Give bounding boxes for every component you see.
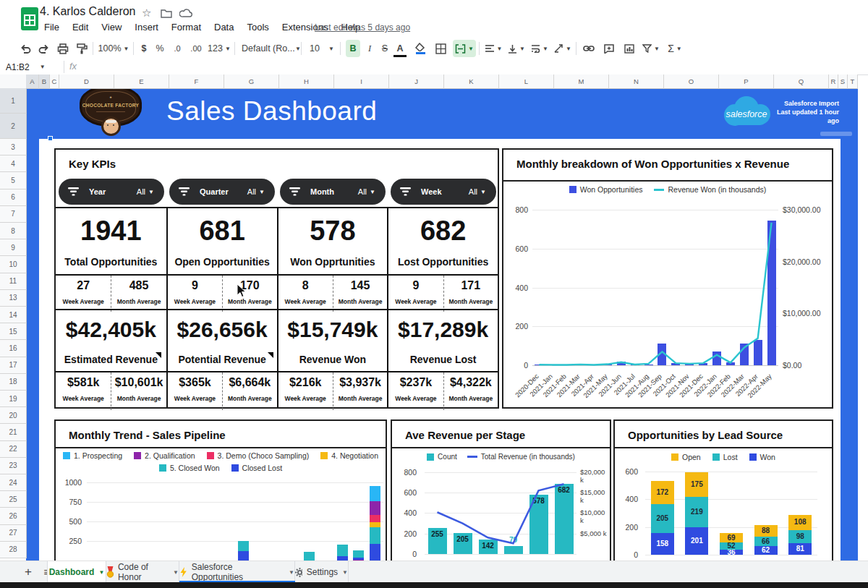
column-header-N[interactable]: N	[609, 74, 664, 89]
column-header-E[interactable]: E	[114, 74, 169, 89]
menu-format[interactable]: Format	[165, 20, 208, 35]
kpi-panel[interactable]: Key KPIs YearAll▼QuarterAll▼MonthAll▼Wee…	[54, 148, 499, 409]
format-currency-button[interactable]: $	[137, 40, 150, 57]
tab-code-of-honor[interactable]: Code of Honor▼	[106, 561, 179, 583]
column-header-C[interactable]: C	[50, 74, 59, 89]
row-header-23[interactable]: 23	[0, 458, 27, 474]
kpi-card[interactable]: $17,289kRevenue Lost$237kWeek Average$4,…	[387, 309, 498, 407]
column-header-R[interactable]: R	[829, 74, 838, 89]
column-header-T[interactable]: T	[848, 74, 858, 89]
kpi-card[interactable]: 681Open Opportunities9Week Average170Mon…	[166, 207, 277, 309]
chevron-down-icon[interactable]: ▼	[259, 189, 265, 195]
column-header-K[interactable]: K	[444, 74, 499, 89]
column-header-F[interactable]: F	[169, 74, 224, 89]
functions-button[interactable]: Σ▼	[664, 40, 686, 57]
row-header-17[interactable]: 17	[0, 357, 27, 374]
row-header-13[interactable]: 13	[0, 290, 27, 307]
sheet-canvas[interactable]: ★ CHOCOLATE FACTORY salesforce Salesforc…	[0, 88, 868, 588]
row-header-20[interactable]: 20	[0, 407, 27, 424]
column-header-D[interactable]: D	[59, 74, 114, 89]
column-header-I[interactable]: I	[334, 74, 389, 89]
create-filter-button[interactable]: ▼	[641, 40, 661, 57]
row-header-4[interactable]: 4	[0, 155, 27, 172]
row-header-5[interactable]: 5	[0, 172, 27, 189]
menu-file[interactable]: File	[38, 20, 66, 35]
bold-button[interactable]: B	[346, 40, 360, 57]
horizontal-align-button[interactable]: ▼	[483, 40, 503, 57]
insert-comment-icon[interactable]	[600, 40, 618, 57]
row-header-22[interactable]: 22	[0, 441, 27, 458]
chevron-down-icon[interactable]: ▼	[480, 189, 486, 195]
row-header-28[interactable]: 28	[0, 542, 27, 558]
add-sheet-button[interactable]: +	[20, 564, 36, 580]
filter-value[interactable]: All	[469, 187, 477, 196]
column-header-P[interactable]: P	[719, 74, 774, 89]
menu-tools[interactable]: Tools	[240, 20, 275, 35]
select-all-corner[interactable]	[0, 74, 27, 89]
font-select[interactable]: Default (Ro...▼	[239, 40, 301, 57]
row-header-19[interactable]: 19	[0, 391, 27, 407]
tab-caret-icon[interactable]: ▼	[289, 569, 294, 576]
formula-bar[interactable]	[0, 59, 868, 75]
row-header-16[interactable]: 16	[0, 340, 27, 357]
undo-button[interactable]	[17, 40, 33, 57]
tab-caret-icon[interactable]: ▼	[98, 569, 104, 576]
tab-caret-icon[interactable]: ▼	[342, 569, 348, 576]
chevron-down-icon[interactable]: ▼	[370, 189, 375, 195]
more-formats-button[interactable]: 123▼	[207, 40, 231, 57]
move-folder-icon[interactable]	[161, 9, 172, 18]
increase-decimals-button[interactable]: .00	[187, 40, 205, 57]
column-header-M[interactable]: M	[554, 74, 609, 89]
font-size-select[interactable]: 10▼	[307, 40, 337, 57]
selection-fill-handle[interactable]	[48, 136, 53, 141]
column-header-B[interactable]: B	[39, 74, 50, 89]
last-edit-link[interactable]: Last edit was 5 days ago	[315, 22, 410, 33]
text-wrap-button[interactable]: ▼	[529, 40, 550, 57]
vertical-align-button[interactable]: ▼	[506, 40, 527, 57]
row-header-6[interactable]: 6	[0, 189, 27, 206]
borders-button[interactable]	[433, 40, 448, 57]
row-header-7[interactable]: 7	[0, 206, 27, 223]
menu-data[interactable]: Data	[208, 20, 240, 35]
menu-insert[interactable]: Insert	[128, 20, 165, 35]
row-header-1[interactable]: 1	[0, 88, 27, 114]
filter-pill-month[interactable]: MonthAll▼	[280, 179, 386, 205]
document-title[interactable]: 4. Karlos Calderon	[40, 5, 136, 18]
row-header-25[interactable]: 25	[0, 491, 27, 508]
strikethrough-button[interactable]: S	[378, 40, 391, 57]
column-header-J[interactable]: J	[389, 74, 444, 89]
kpi-card[interactable]: $15,749kRevenue Won$216kWeek Average$3,9…	[277, 309, 388, 407]
row-header-24[interactable]: 24	[0, 474, 27, 491]
kpi-card[interactable]: 578Won Opprtunities8Week Average145Month…	[277, 207, 388, 309]
fill-color-button[interactable]	[412, 40, 428, 57]
tab-dashboard[interactable]: Dashboard▼	[47, 561, 106, 583]
filter-pill-week[interactable]: WeekAll▼	[391, 179, 496, 205]
tab-salesforce-opportunities[interactable]: Salesforce Opportunities▼	[179, 561, 295, 583]
star-icon[interactable]: ☆	[142, 7, 151, 20]
decrease-decimals-button[interactable]: .0	[169, 40, 185, 57]
row-header-18[interactable]: 18	[0, 374, 27, 391]
insert-link-icon[interactable]	[580, 40, 597, 57]
paint-format-icon[interactable]	[74, 40, 90, 57]
row-header-9[interactable]: 9	[0, 239, 27, 256]
zoom-select[interactable]: 100%▼	[97, 40, 130, 57]
row-header-21[interactable]: 21	[0, 424, 27, 440]
redo-button[interactable]	[36, 40, 52, 57]
cloud-status-icon[interactable]	[179, 9, 192, 18]
kpi-card[interactable]: $42,405kEstimated Revenue$581kWeek Avera…	[56, 309, 166, 407]
row-header-26[interactable]: 26	[0, 508, 27, 524]
merge-cells-button[interactable]: ▼	[453, 40, 476, 57]
filter-value[interactable]: All	[247, 187, 256, 196]
row-header-14[interactable]: 14	[0, 307, 27, 323]
row-header-2[interactable]: 2	[0, 114, 27, 139]
row-header-27[interactable]: 27	[0, 525, 27, 542]
column-header-G[interactable]: G	[224, 74, 279, 89]
filter-pill-quarter[interactable]: QuarterAll▼	[169, 179, 275, 205]
insert-chart-icon[interactable]	[621, 40, 638, 57]
kpi-card[interactable]: 1941Total Opportunities27Week Average485…	[56, 207, 166, 309]
column-header-S[interactable]: S	[838, 74, 848, 89]
column-header-L[interactable]: L	[499, 74, 554, 89]
menu-edit[interactable]: Edit	[66, 20, 95, 35]
name-box[interactable]: A1:B2▼	[0, 59, 56, 74]
tab-settings[interactable]: Settings▼	[295, 561, 349, 583]
